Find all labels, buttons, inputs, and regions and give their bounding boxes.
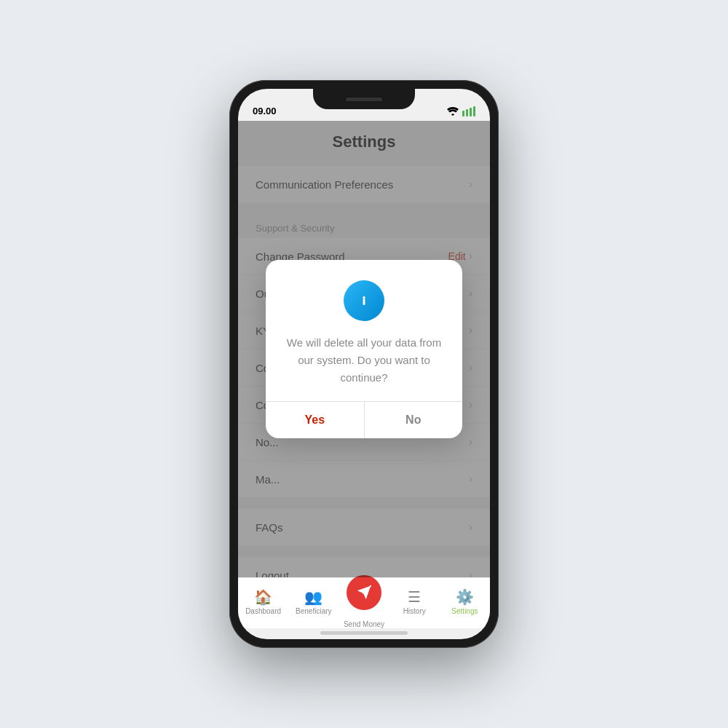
phone-screen: 09.00 Settings (238, 89, 490, 639)
dialog-message: We will delete all your data from our sy… (283, 334, 445, 387)
nav-label-beneficiary: Beneficiary (296, 607, 331, 615)
nav-label-dashboard: Dashboard (245, 607, 281, 615)
phone-frame: 09.00 Settings (229, 80, 499, 648)
nav-label-history: History (403, 607, 426, 615)
beneficiary-icon: 👥 (304, 588, 323, 606)
send-icon (356, 585, 372, 601)
nav-item-send-money[interactable]: Send Money (339, 575, 389, 628)
home-icon: 🏠 (254, 588, 272, 606)
notch (313, 89, 415, 109)
send-money-button[interactable] (347, 575, 381, 610)
screen-content: Settings Communication Preferences › Sup… (238, 121, 490, 577)
nav-item-beneficiary[interactable]: 👥 Beneficiary (288, 588, 339, 615)
dialog-overlay: We will delete all your data from our sy… (238, 121, 490, 577)
dialog-yes-button[interactable]: Yes (266, 402, 364, 438)
dialog-body: We will delete all your data from our sy… (266, 260, 462, 401)
dialog-info-icon-circle (344, 280, 384, 321)
history-icon: ☰ (408, 588, 421, 606)
wifi-icon (447, 107, 459, 116)
bottom-nav: 🏠 Dashboard 👥 Beneficiary Send Money (238, 577, 490, 628)
home-indicator (320, 631, 408, 635)
nav-item-dashboard[interactable]: 🏠 Dashboard (238, 588, 288, 615)
nav-label-send-money: Send Money (344, 620, 384, 628)
settings-icon: ⚙️ (456, 588, 474, 606)
nav-label-settings: Settings (451, 607, 478, 615)
dialog-actions: Yes No (266, 402, 462, 438)
confirm-dialog: We will delete all your data from our sy… (266, 260, 462, 438)
svg-point-1 (363, 296, 365, 298)
nav-item-settings[interactable]: ⚙️ Settings (440, 588, 490, 615)
status-icons (447, 106, 475, 116)
status-time: 09.00 (253, 106, 277, 116)
battery-icon (462, 106, 475, 116)
info-icon (354, 290, 374, 311)
dialog-no-button[interactable]: No (365, 402, 463, 438)
nav-item-history[interactable]: ☰ History (389, 588, 440, 615)
speaker (346, 98, 382, 101)
